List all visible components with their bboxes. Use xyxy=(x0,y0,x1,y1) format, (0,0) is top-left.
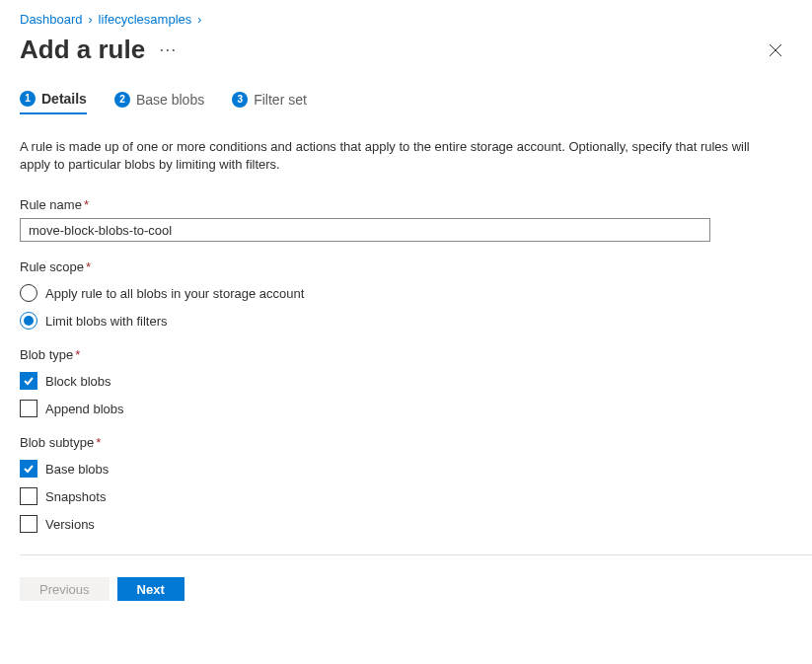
chevron-right-icon: › xyxy=(89,13,93,27)
required-asterisk: * xyxy=(86,259,91,274)
field-blob-subtype: Blob subtype* Base blobs Snapshots Versi… xyxy=(20,435,812,533)
tab-base-blobs[interactable]: 2 Base blobs xyxy=(114,91,204,114)
tab-filter-set[interactable]: 3 Filter set xyxy=(232,91,307,114)
required-asterisk: * xyxy=(84,197,89,212)
required-asterisk: * xyxy=(96,435,101,450)
wizard-footer: Previous Next xyxy=(20,554,812,621)
blob-subtype-label: Blob subtype* xyxy=(20,435,812,450)
field-rule-scope: Rule scope* Apply rule to all blobs in y… xyxy=(20,259,812,330)
breadcrumb-lifecyclesamples[interactable]: lifecyclesamples xyxy=(99,12,192,27)
checkbox-snapshots[interactable]: Snapshots xyxy=(20,487,812,505)
checkbox-versions[interactable]: Versions xyxy=(20,515,812,533)
close-icon xyxy=(769,43,782,57)
previous-button: Previous xyxy=(20,577,110,601)
breadcrumb-dashboard[interactable]: Dashboard xyxy=(20,12,83,27)
tab-step-number: 2 xyxy=(114,92,130,108)
tab-step-number: 1 xyxy=(20,91,36,107)
field-rule-name: Rule name* xyxy=(20,197,812,242)
required-asterisk: * xyxy=(75,347,80,362)
checkbox-label: Versions xyxy=(45,517,95,532)
next-button[interactable]: Next xyxy=(117,577,185,601)
tab-label: Details xyxy=(41,91,87,107)
checkbox-label: Append blobs xyxy=(45,402,124,416)
checkbox-icon xyxy=(20,372,37,390)
tab-label: Base blobs xyxy=(136,92,204,108)
page-title: Add a rule xyxy=(20,35,145,65)
radio-limit-blobs-filters[interactable]: Limit blobs with filters xyxy=(20,312,812,330)
checkbox-label: Block blobs xyxy=(45,374,111,389)
tab-label: Filter set xyxy=(254,92,307,108)
blob-type-label: Blob type* xyxy=(20,347,812,362)
breadcrumb: Dashboard › lifecyclesamples › xyxy=(20,12,812,27)
radio-label: Limit blobs with filters xyxy=(45,314,168,329)
title-row: Add a rule ··· xyxy=(20,35,812,65)
radio-label: Apply rule to all blobs in your storage … xyxy=(45,286,304,301)
wizard-tabs: 1 Details 2 Base blobs 3 Filter set xyxy=(20,91,812,114)
tab-details[interactable]: 1 Details xyxy=(20,91,87,114)
rule-scope-label: Rule scope* xyxy=(20,259,812,274)
checkbox-label: Snapshots xyxy=(45,489,106,504)
close-button[interactable] xyxy=(767,41,784,59)
tab-step-number: 3 xyxy=(232,92,248,108)
chevron-right-icon: › xyxy=(197,13,201,27)
checkbox-icon xyxy=(20,460,37,478)
checkbox-label: Base blobs xyxy=(45,462,109,477)
tab-description: A rule is made up of one or more conditi… xyxy=(20,138,770,174)
checkbox-icon xyxy=(20,400,37,417)
checkbox-base-blobs[interactable]: Base blobs xyxy=(20,460,812,478)
radio-icon xyxy=(20,312,37,330)
rule-name-label: Rule name* xyxy=(20,197,812,212)
checkbox-append-blobs[interactable]: Append blobs xyxy=(20,400,812,417)
field-blob-type: Blob type* Block blobs Append blobs xyxy=(20,347,812,417)
more-actions-button[interactable]: ··· xyxy=(159,39,177,60)
radio-icon xyxy=(20,284,37,302)
radio-apply-all-blobs[interactable]: Apply rule to all blobs in your storage … xyxy=(20,284,812,302)
checkbox-icon xyxy=(20,487,37,505)
rule-name-input[interactable] xyxy=(20,218,710,242)
checkbox-icon xyxy=(20,515,37,533)
checkbox-block-blobs[interactable]: Block blobs xyxy=(20,372,812,390)
